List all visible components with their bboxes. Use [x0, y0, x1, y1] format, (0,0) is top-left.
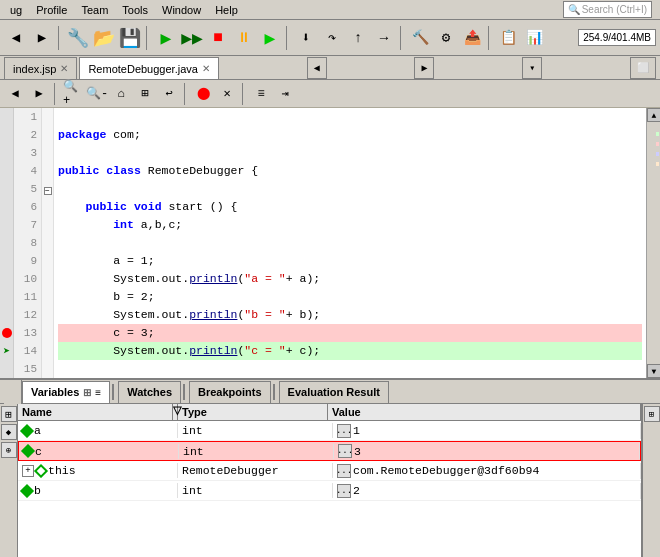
var-icon-3[interactable]: ⊕: [1, 442, 17, 458]
sec-back[interactable]: ◀: [4, 83, 26, 105]
var-name-text-b: b: [34, 484, 41, 497]
tab-index-jsp[interactable]: index.jsp ✕: [4, 57, 77, 79]
linenum-4: 4: [14, 162, 37, 180]
var-expand-a[interactable]: ...: [337, 424, 351, 438]
menu-profile[interactable]: Profile: [30, 3, 73, 17]
search-placeholder: Search (Ctrl+I): [582, 4, 647, 15]
extra1-btn[interactable]: 📋: [496, 26, 520, 50]
tab-variables[interactable]: Variables ⊞ ≡: [22, 381, 110, 403]
sec-sep2: [184, 83, 188, 105]
menu-bug[interactable]: ug: [4, 3, 28, 17]
save-btn[interactable]: 💾: [118, 26, 142, 50]
run-btn[interactable]: ▶: [154, 26, 178, 50]
sec-fwd[interactable]: ▶: [28, 83, 50, 105]
new-btn[interactable]: 🔧: [66, 26, 90, 50]
tab-dropdown[interactable]: ▾: [522, 57, 542, 79]
tab-watches[interactable]: Watches: [118, 381, 181, 403]
variable-row-this[interactable]: + this RemoteDebugger ... com.RemoteDebu…: [18, 461, 641, 481]
menu-team[interactable]: Team: [75, 3, 114, 17]
code-line-12: System.out.println("b = "+ b);: [58, 306, 642, 324]
step-out-btn[interactable]: ↑: [346, 26, 370, 50]
close-icon[interactable]: ✕: [202, 63, 210, 74]
fold-12: [42, 273, 53, 288]
pause-btn[interactable]: ⏸: [232, 26, 256, 50]
fold-15: [42, 318, 53, 333]
resume-btn[interactable]: ▶: [258, 26, 282, 50]
panel-sep3: [273, 384, 277, 400]
fold-6[interactable]: −: [42, 183, 53, 198]
margin-6: [0, 198, 13, 216]
step-over-btn[interactable]: ↷: [320, 26, 344, 50]
code-line-11: b = 2;: [58, 288, 642, 306]
scrollbar-track[interactable]: [647, 122, 660, 364]
back-btn[interactable]: ◀: [4, 26, 28, 50]
indent-btn[interactable]: ⇥: [274, 83, 296, 105]
search-box[interactable]: 🔍 Search (Ctrl+I): [563, 1, 652, 18]
fold-icon-6[interactable]: −: [44, 187, 52, 195]
tab-eval-result[interactable]: Evaluation Result: [279, 381, 389, 403]
secondary-toolbar: ◀ ▶ 🔍+ 🔍- ⌂ ⊞ ↩ ⬤ ✕ ≡ ⇥: [0, 80, 660, 108]
separator1: [58, 26, 62, 50]
linenum-15: 15: [14, 360, 37, 378]
margin-9: [0, 252, 13, 270]
code-editor[interactable]: package com; public class RemoteDebugger…: [54, 108, 646, 378]
var-expand-this[interactable]: ...: [337, 464, 351, 478]
variable-row-a[interactable]: a int ... 1: [18, 421, 641, 441]
debug-btn[interactable]: ▶▶: [180, 26, 204, 50]
expand-icon-this[interactable]: +: [22, 465, 34, 477]
variable-row-b[interactable]: b int ... 2: [18, 481, 641, 501]
margin-5: [0, 180, 13, 198]
right-icon-1[interactable]: ⊞: [644, 406, 660, 422]
menubar: ug Profile Team Tools Window Help 🔍 Sear…: [0, 0, 660, 20]
stop-btn[interactable]: ■: [206, 26, 230, 50]
run-to-cursor-btn[interactable]: →: [372, 26, 396, 50]
tab-scroll-left[interactable]: ◀: [307, 57, 327, 79]
var-icon-1[interactable]: ⊞: [1, 406, 17, 422]
step-into-btn[interactable]: ⬇: [294, 26, 318, 50]
variables-menu-icon[interactable]: ≡: [95, 387, 101, 398]
sec-btn5[interactable]: ↩: [158, 83, 180, 105]
code-line-4: public class RemoteDebugger {: [58, 162, 642, 180]
linenum-7: 7: [14, 216, 37, 234]
sec-sep1: [54, 83, 58, 105]
tab-remote-debugger[interactable]: RemoteDebugger.java ✕: [79, 57, 218, 79]
var-value-b: ... 2: [333, 483, 641, 499]
var-expand-b[interactable]: ...: [337, 484, 351, 498]
zoom-out[interactable]: 🔍-: [86, 83, 108, 105]
zoom-in[interactable]: 🔍+: [62, 83, 84, 105]
header-value: Value: [328, 404, 641, 420]
open-btn[interactable]: 📂: [92, 26, 116, 50]
variables-icon: ⊞: [83, 387, 91, 398]
clear-btn[interactable]: ✕: [216, 83, 238, 105]
close-icon[interactable]: ✕: [60, 63, 68, 74]
watches-label: Watches: [127, 386, 172, 398]
breakpoint-btn[interactable]: ⬤: [192, 83, 214, 105]
var-expand-c[interactable]: ...: [338, 444, 352, 458]
sec-btn4[interactable]: ⊞: [134, 83, 156, 105]
breakpoint-indicator: [0, 324, 13, 342]
menu-tools[interactable]: Tools: [116, 3, 154, 17]
variables-left-gutter: ⊞ ◆ ⊕: [0, 404, 18, 557]
scroll-down-btn[interactable]: ▼: [647, 364, 660, 378]
fold-11: [42, 258, 53, 273]
linenum-8: 8: [14, 234, 37, 252]
maximize-btn[interactable]: ⬜: [630, 57, 656, 79]
extra2-btn[interactable]: 📊: [522, 26, 546, 50]
build2-btn[interactable]: ⚙: [434, 26, 458, 50]
deploy-btn[interactable]: 📤: [460, 26, 484, 50]
tab-scroll-right[interactable]: ▶: [414, 57, 434, 79]
variable-row-c[interactable]: c int ... 3: [18, 441, 641, 461]
align-btn[interactable]: ≡: [250, 83, 272, 105]
separator2: [146, 26, 150, 50]
home-btn[interactable]: ⌂: [110, 83, 132, 105]
menu-window[interactable]: Window: [156, 3, 207, 17]
var-icon-2[interactable]: ◆: [1, 424, 17, 440]
scroll-up-btn[interactable]: ▲: [647, 108, 660, 122]
linenum-9: 9: [14, 252, 37, 270]
forward-btn[interactable]: ▶: [30, 26, 54, 50]
margin-1: [0, 108, 13, 126]
code-line-13: c = 3;: [58, 324, 642, 342]
menu-help[interactable]: Help: [209, 3, 244, 17]
tab-breakpoints[interactable]: Breakpoints: [189, 381, 271, 403]
build-btn[interactable]: 🔨: [408, 26, 432, 50]
